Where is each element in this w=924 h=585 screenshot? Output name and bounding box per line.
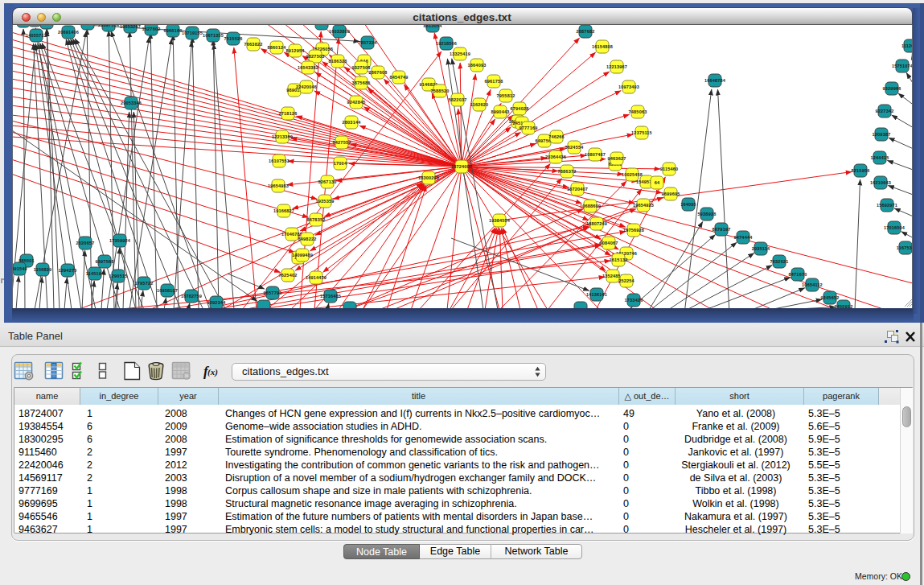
svg-text:8215956: 8215956: [852, 168, 870, 173]
svg-text:9329966: 9329966: [883, 86, 901, 91]
svg-text:17359924: 17359924: [109, 238, 131, 243]
svg-text:7632621: 7632621: [770, 259, 789, 264]
svg-text:6961758: 6961758: [485, 79, 503, 84]
svg-text:391549: 391549: [13, 266, 27, 271]
svg-text:2803144: 2803144: [343, 120, 362, 125]
svg-text:12375115: 12375115: [631, 130, 652, 135]
svg-text:10973493: 10973493: [618, 84, 639, 89]
svg-text:19218506: 19218506: [436, 41, 457, 46]
svg-text:19756928: 19756928: [623, 228, 644, 233]
svg-text:15751074: 15751074: [892, 64, 913, 68]
svg-text:8454749: 8454749: [390, 75, 409, 80]
svg-text:17004: 17004: [334, 161, 347, 166]
svg-text:3624554: 3624554: [565, 145, 585, 150]
svg-text:14136141: 14136141: [586, 292, 607, 297]
svg-text:1864093: 1864093: [468, 63, 487, 68]
svg-text:16782759: 16782759: [181, 294, 202, 299]
svg-text:19654983: 19654983: [268, 183, 289, 188]
svg-text:1290515: 1290515: [109, 274, 128, 278]
svg-text:16210643: 16210643: [870, 180, 891, 185]
svg-text:64: 64: [655, 180, 660, 185]
svg-text:10807487: 10807487: [585, 152, 606, 157]
svg-text:7625402: 7625402: [279, 273, 298, 278]
svg-text:8427552: 8427552: [333, 140, 351, 145]
svg-text:9245652: 9245652: [821, 295, 840, 300]
svg-text:252254: 252254: [618, 278, 634, 283]
svg-text:16033809: 16033809: [329, 29, 350, 34]
svg-text:16543382: 16543382: [298, 65, 318, 70]
svg-text:1145194: 1145194: [86, 271, 105, 276]
svg-text:9327508: 9327508: [352, 65, 371, 70]
svg-text:1294275: 1294275: [59, 268, 77, 273]
svg-text:29053346: 29053346: [121, 101, 142, 105]
svg-text:12213369: 12213369: [272, 134, 293, 139]
svg-text:14099489: 14099489: [292, 253, 313, 257]
svg-text:8912954: 8912954: [286, 48, 306, 53]
svg-text:8471670: 8471670: [789, 272, 807, 277]
svg-text:5822037: 5822037: [449, 97, 467, 102]
svg-text:19654923: 19654923: [633, 203, 654, 208]
svg-text:9227342: 9227342: [876, 109, 894, 113]
svg-text:(x): (x): [207, 367, 218, 377]
svg-text:9463627: 9463627: [608, 156, 626, 161]
svg-text:7886372: 7886372: [558, 169, 577, 174]
svg-text:1935359: 1935359: [316, 199, 335, 204]
svg-text:8860124: 8860124: [268, 45, 287, 50]
svg-text:10671355: 10671355: [203, 33, 224, 38]
svg-text:20897104: 20897104: [98, 25, 120, 27]
svg-text:16107553: 16107553: [269, 159, 290, 163]
svg-text:15720407: 15720407: [567, 187, 588, 192]
svg-text:1733426: 1733426: [625, 298, 643, 303]
svg-text:9827503: 9827503: [306, 54, 325, 59]
svg-text:10654112: 10654112: [802, 282, 823, 287]
svg-text:8990443: 8990443: [491, 109, 510, 114]
svg-text:1167533: 1167533: [897, 245, 913, 250]
svg-text:1156829: 1156829: [34, 267, 52, 272]
svg-text:22420046: 22420046: [296, 84, 317, 89]
svg-text:9657791: 9657791: [264, 290, 282, 295]
svg-text:10025458: 10025458: [622, 172, 643, 177]
svg-text:18724007: 18724007: [451, 164, 472, 169]
svg-text:2867608: 2867608: [369, 70, 388, 75]
svg-text:6794028: 6794028: [511, 106, 529, 111]
svg-text:1162620: 1162620: [470, 102, 489, 107]
svg-text:16154808: 16154808: [592, 44, 613, 49]
svg-text:9242845: 9242845: [347, 100, 366, 105]
svg-text:10719155: 10719155: [182, 31, 203, 35]
svg-text:9115460: 9115460: [660, 167, 679, 171]
svg-text:9084067: 9084067: [600, 241, 618, 245]
svg-text:8679197: 8679197: [713, 227, 731, 232]
svg-text:7663822: 7663822: [244, 42, 263, 47]
svg-text:14914479: 14914479: [306, 275, 326, 280]
svg-text:1615132: 1615132: [610, 257, 628, 262]
svg-text:20364436: 20364436: [545, 154, 566, 159]
svg-text:1292344: 1292344: [207, 300, 227, 305]
svg-text:17016504: 17016504: [884, 225, 906, 230]
svg-text:13325419: 13325419: [450, 51, 470, 56]
svg-text:3875685: 3875685: [352, 80, 371, 85]
svg-text:1209387: 1209387: [873, 132, 891, 137]
svg-text:10688609: 10688609: [580, 204, 601, 208]
svg-text:1112643: 1112643: [901, 43, 913, 48]
svg-text:16648784: 16648784: [704, 78, 726, 83]
svg-text:8186328: 8186328: [329, 59, 347, 64]
svg-text:9474444: 9474444: [734, 235, 754, 240]
svg-text:746266: 746266: [548, 134, 565, 139]
svg-text:6966160: 6966160: [164, 28, 183, 33]
svg-text:9777169: 9777169: [519, 126, 538, 130]
svg-text:2718126: 2718126: [279, 111, 298, 116]
svg-text:15692971: 15692971: [877, 203, 897, 208]
svg-text:1795722: 1795722: [135, 281, 154, 286]
svg-text:7515526: 7515526: [224, 36, 243, 41]
svg-text:19384554: 19384554: [489, 218, 511, 223]
svg-text:3267130: 3267130: [318, 179, 337, 184]
svg-text:10653267: 10653267: [120, 25, 141, 29]
svg-text:8498222: 8498222: [298, 237, 317, 241]
svg-text:8813054: 8813054: [424, 25, 443, 28]
svg-text:10958107: 10958107: [157, 288, 178, 293]
svg-text:5938928: 5938928: [698, 212, 717, 216]
svg-text:7588520: 7588520: [431, 89, 450, 93]
svg-text:2887682: 2887682: [577, 29, 595, 34]
svg-text:1527602: 1527602: [142, 27, 161, 31]
svg-text:7857224: 7857224: [359, 40, 378, 45]
